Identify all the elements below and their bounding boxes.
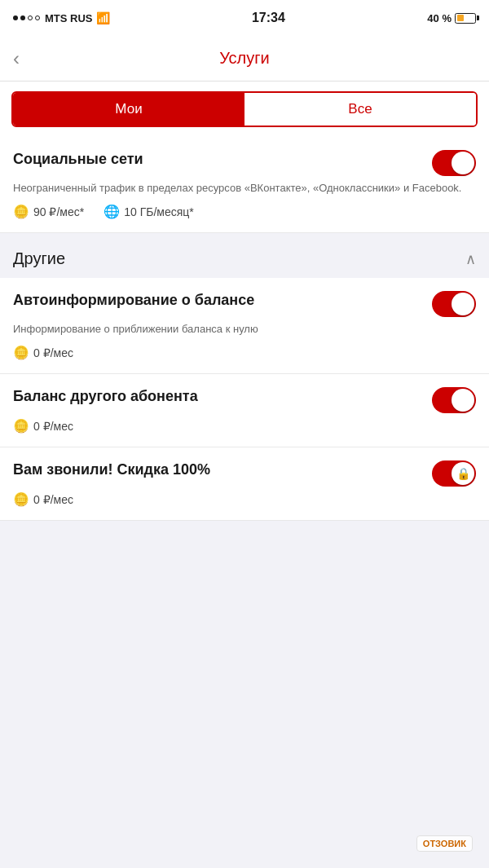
social-networks-meta: 🪙 90 ₽/мес* 🌐 10 ГБ/месяц* (13, 204, 476, 219)
chevron-up-icon[interactable]: ∧ (465, 250, 476, 268)
segment-moi[interactable]: Мои (13, 93, 244, 126)
other-section-header: Другие ∧ (0, 233, 489, 278)
social-networks-header: Социальные сети (13, 150, 476, 176)
price-icon: 🪙 (13, 204, 29, 219)
dot3 (28, 15, 33, 20)
other-section: Автоинформирование о балансе Информирова… (0, 278, 489, 521)
dot1 (13, 15, 18, 20)
service-title-1: Баланс другого абонента (13, 387, 432, 406)
status-time: 17:34 (252, 11, 285, 25)
watermark: ОТЗОВИК (416, 835, 473, 852)
data-icon: 🌐 (104, 204, 120, 219)
dot4 (35, 15, 40, 20)
status-left: MTS RUS 📶 (13, 11, 110, 24)
service-price-val-2: 0 ₽/мес (33, 493, 73, 506)
service-header-0: Автоинформирование о балансе (13, 291, 476, 317)
service-price-val-0: 0 ₽/мес (33, 346, 73, 359)
service-price-1: 🪙 0 ₽/мес (13, 418, 73, 434)
social-data: 10 ГБ/месяц* (124, 205, 194, 218)
nav-bar: ‹ Услуги (0, 36, 489, 82)
social-networks-item: Социальные сети Неограниченный трафик в … (0, 137, 489, 233)
dot2 (20, 15, 25, 20)
segment-control: Мои Все (11, 91, 478, 127)
social-networks-desc: Неограниченный трафик в пределах ресурсо… (13, 181, 476, 196)
service-item-1: Баланс другого абонента 🪙 0 ₽/мес (0, 374, 489, 447)
service-price-val-1: 0 ₽/мес (33, 420, 73, 433)
service-toggle-2[interactable] (432, 460, 476, 487)
social-price: 90 ₽/мес* (33, 205, 84, 218)
service-meta-1: 🪙 0 ₽/мес (13, 418, 476, 434)
service-toggle-0[interactable] (432, 291, 476, 317)
status-bar: MTS RUS 📶 17:34 40 % (0, 0, 489, 36)
battery-icon (455, 13, 476, 24)
wifi-icon: 📶 (96, 11, 110, 24)
toggle-knob (452, 152, 474, 174)
service-title-2: Вам звонили! Скидка 100% (13, 460, 432, 479)
service-title-0: Автоинформирование о балансе (13, 291, 432, 310)
battery-fill (457, 15, 464, 21)
service-header-2: Вам звонили! Скидка 100% (13, 460, 476, 487)
service-item-0: Автоинформирование о балансе Информирова… (0, 278, 489, 374)
back-button[interactable]: ‹ (13, 49, 20, 68)
social-data-item: 🌐 10 ГБ/месяц* (104, 204, 194, 219)
service-price-0: 🪙 0 ₽/мес (13, 345, 73, 360)
toggle-knob-0 (452, 293, 474, 315)
service-header-1: Баланс другого абонента (13, 387, 476, 413)
service-desc-0: Информирование о приближении баланса к н… (13, 322, 476, 337)
price-icon-0: 🪙 (13, 345, 29, 360)
status-right: 40 % (427, 12, 476, 24)
signal-dots (13, 15, 40, 20)
toggle-knob-2 (452, 462, 474, 485)
service-toggle-1[interactable] (432, 387, 476, 413)
social-networks-toggle[interactable] (432, 150, 476, 176)
segment-container: Мои Все (0, 82, 489, 137)
other-section-title: Другие (13, 249, 65, 268)
price-icon-1: 🪙 (13, 418, 29, 434)
service-meta-2: 🪙 0 ₽/мес (13, 491, 476, 507)
toggle-knob-1 (452, 389, 474, 412)
social-networks-section: Социальные сети Неограниченный трафик в … (0, 137, 489, 233)
service-item-2: Вам звонили! Скидка 100% 🪙 0 ₽/мес (0, 447, 489, 521)
service-price-2: 🪙 0 ₽/мес (13, 491, 73, 507)
social-price-item: 🪙 90 ₽/мес* (13, 204, 84, 219)
social-networks-title: Социальные сети (13, 150, 432, 169)
segment-vse[interactable]: Все (244, 93, 476, 126)
carrier-label: MTS RUS (45, 12, 93, 24)
service-meta-0: 🪙 0 ₽/мес (13, 345, 476, 360)
battery-label: 40 % (427, 12, 452, 24)
page-title: Услуги (219, 49, 270, 68)
price-icon-2: 🪙 (13, 491, 29, 507)
